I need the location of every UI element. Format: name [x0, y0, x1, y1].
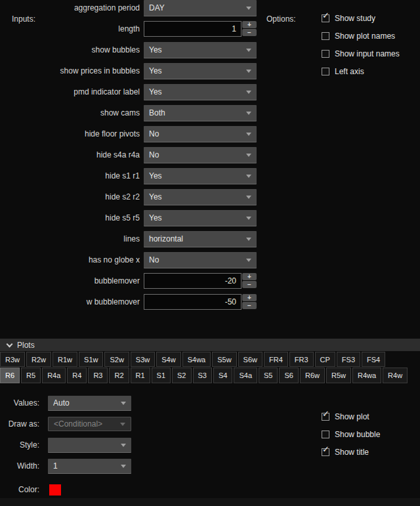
- plot-tab-r6[interactable]: R6: [0, 368, 20, 383]
- color-swatch[interactable]: [49, 484, 61, 495]
- plot-tab-r1w[interactable]: R1w: [52, 352, 77, 367]
- chevron-down-icon: [246, 91, 251, 94]
- bubblemover-spinner: + −: [242, 273, 257, 289]
- checkmark-icon: ✓: [322, 410, 329, 418]
- chevron-down-icon: [246, 196, 251, 199]
- plot-tab-s4[interactable]: S4: [213, 368, 232, 383]
- hide-s5-r5-dropdown[interactable]: Yes: [144, 210, 257, 226]
- plot-tab-fs4[interactable]: FS4: [362, 352, 385, 367]
- has-no-globe-x-dropdown[interactable]: No: [144, 252, 257, 268]
- show-bubble-checkbox[interactable]: ✓: [322, 431, 329, 438]
- plot-tab-s1w[interactable]: S1w: [79, 352, 103, 367]
- plots-section-header[interactable]: Plots: [0, 339, 420, 351]
- plot-tab-s4w[interactable]: S4w: [156, 352, 180, 367]
- show-bubbles-dropdown[interactable]: Yes: [144, 42, 257, 58]
- checkmark-icon: ✓: [322, 11, 329, 20]
- plot-tab-s3w[interactable]: S3w: [131, 352, 155, 367]
- plot-tab-r6w[interactable]: R6w: [300, 368, 325, 383]
- plot-tab-s2[interactable]: S2: [172, 368, 191, 383]
- option-show-bubble[interactable]: ✓ Show bubble: [322, 430, 380, 439]
- decrement-button[interactable]: −: [242, 29, 257, 36]
- aggregation-period-dropdown[interactable]: DAY: [144, 0, 257, 16]
- option-left-axis[interactable]: ✓ Left axis: [322, 67, 400, 76]
- plot-tab-s2w[interactable]: S2w: [104, 352, 129, 367]
- plot-tabs-row-2: R6 R5 R4a R4 R3 R2 R1 S1 S2 S3 S4 S4a S5…: [0, 368, 420, 383]
- increment-button[interactable]: +: [242, 21, 257, 28]
- plot-tab-s6[interactable]: S6: [279, 368, 298, 383]
- w-bubblemover-input[interactable]: -50: [144, 294, 242, 310]
- plot-tab-r5[interactable]: R5: [21, 368, 41, 383]
- option-label: Left axis: [335, 67, 364, 76]
- hide-s1-r1-dropdown[interactable]: Yes: [144, 168, 257, 184]
- input-label: has no globe x: [0, 252, 140, 268]
- hide-s4a-r4a-dropdown[interactable]: No: [144, 147, 257, 163]
- length-input[interactable]: 1: [144, 21, 242, 37]
- show-title-checkbox[interactable]: ✓: [322, 448, 329, 456]
- w-bubblemover-spinner: + −: [242, 294, 257, 310]
- plot-tab-r2[interactable]: R2: [109, 368, 129, 383]
- show-cams-dropdown[interactable]: Both: [144, 105, 257, 121]
- option-show-input-names[interactable]: ✓ Show input names: [322, 49, 400, 58]
- plot-tab-r3[interactable]: R3: [88, 368, 108, 383]
- dropdown-value: <Conditional>: [54, 419, 120, 429]
- option-show-plot[interactable]: ✓ Show plot: [322, 412, 380, 421]
- plot-tab-fr3[interactable]: FR3: [289, 352, 314, 367]
- plot-tab-fs3[interactable]: FS3: [337, 352, 360, 367]
- options-checkbox-list: ✓ Show study ✓ Show plot names ✓ Show in…: [322, 14, 400, 76]
- option-show-study[interactable]: ✓ Show study: [322, 14, 400, 23]
- dropdown-value: No: [149, 129, 246, 138]
- plot-tab-cp[interactable]: CP: [315, 352, 335, 367]
- increment-button[interactable]: +: [242, 273, 257, 280]
- plot-tab-s3[interactable]: S3: [193, 368, 212, 383]
- input-row-show-prices-in-bubbles: show prices in bubbles Yes: [0, 63, 262, 84]
- plot-tabs-row-1: R3w R2w R1w S1w S2w S3w S4w S4wa S5w S6w…: [0, 352, 420, 367]
- plot-tab-r4[interactable]: R4: [67, 368, 87, 383]
- options-section-label: Options:: [266, 14, 296, 24]
- option-label: Show plot names: [335, 32, 395, 41]
- number-value: -50: [225, 297, 236, 306]
- number-value: -20: [225, 276, 236, 285]
- plot-tab-r4w[interactable]: R4w: [383, 368, 408, 383]
- bubblemover-input[interactable]: -20: [144, 273, 242, 289]
- option-show-title[interactable]: ✓ Show title: [322, 448, 380, 457]
- chevron-down-icon: [246, 112, 251, 115]
- plot-tab-s5[interactable]: S5: [259, 368, 278, 383]
- plot-tab-r3w[interactable]: R3w: [0, 352, 25, 367]
- show-study-checkbox[interactable]: ✓: [322, 14, 329, 22]
- plot-tab-r2w[interactable]: R2w: [26, 352, 51, 367]
- input-label: hide s1 r1: [0, 168, 140, 184]
- plot-tab-s4wa[interactable]: S4wa: [182, 352, 211, 367]
- input-row-show-cams: show cams Both: [0, 105, 262, 126]
- chevron-down-icon: [120, 423, 125, 426]
- plot-tab-s6w[interactable]: S6w: [238, 352, 262, 367]
- dropdown-value: Yes: [149, 171, 246, 180]
- input-row-pmd-indicator-label: pmd indicator label Yes: [0, 84, 262, 105]
- show-plot-checkbox[interactable]: ✓: [322, 413, 329, 421]
- plot-tab-s1[interactable]: S1: [152, 368, 171, 383]
- input-label: pmd indicator label: [0, 84, 140, 100]
- plot-tab-s4a[interactable]: S4a: [234, 368, 257, 383]
- hide-floor-pivots-dropdown[interactable]: No: [144, 126, 257, 142]
- left-axis-checkbox[interactable]: ✓: [322, 68, 329, 75]
- increment-button[interactable]: +: [242, 294, 257, 301]
- plot-tab-fr4[interactable]: FR4: [264, 352, 288, 367]
- show-prices-in-bubbles-dropdown[interactable]: Yes: [144, 63, 257, 79]
- show-plot-names-checkbox[interactable]: ✓: [322, 32, 329, 40]
- plot-tab-r5w[interactable]: R5w: [326, 368, 351, 383]
- decrement-button[interactable]: −: [242, 302, 257, 309]
- show-input-names-checkbox[interactable]: ✓: [322, 50, 329, 58]
- width-dropdown[interactable]: 1: [48, 459, 131, 473]
- option-show-plot-names[interactable]: ✓ Show plot names: [322, 32, 400, 41]
- inputs-rows: aggregation period DAY length 1 + − show…: [0, 0, 262, 315]
- plot-tab-r4wa[interactable]: R4wa: [352, 368, 381, 383]
- plot-tab-s5w[interactable]: S5w: [212, 352, 236, 367]
- style-dropdown[interactable]: [48, 438, 131, 452]
- pmd-indicator-label-dropdown[interactable]: Yes: [144, 84, 257, 100]
- hide-s2-r2-dropdown[interactable]: Yes: [144, 189, 257, 205]
- plot-tab-r4a[interactable]: R4a: [42, 368, 66, 383]
- lines-dropdown[interactable]: horizontal: [144, 231, 257, 247]
- values-dropdown[interactable]: Auto: [48, 396, 131, 410]
- plot-tab-r1[interactable]: R1: [131, 368, 150, 383]
- field-row-values: Values: Auto: [0, 396, 131, 417]
- decrement-button[interactable]: −: [242, 281, 257, 288]
